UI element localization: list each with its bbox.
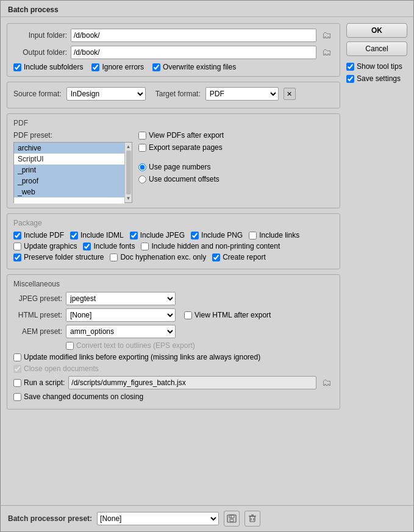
save-changed-row: Save changed documents on closing <box>13 392 334 401</box>
update-graphics-checkbox[interactable]: Update graphics <box>13 242 77 250</box>
output-folder-browse-button[interactable]: 🗂 <box>320 46 334 59</box>
run-script-row: Run a script: 🗂 <box>13 376 334 389</box>
convert-text-checkbox[interactable]: Convert text to outlines (EPS export) <box>66 341 195 350</box>
batch-process-window: Batch process Input folder: 🗂 Output fol… <box>0 0 414 532</box>
list-item[interactable]: ScriptUI <box>14 154 124 165</box>
pdf-section: PDF PDF preset: archive ScriptUI _print … <box>7 113 340 208</box>
save-icon <box>227 514 237 523</box>
package-row-2: Update graphics Include fonts Include hi… <box>13 242 334 250</box>
target-format-label: Target format: <box>155 90 201 98</box>
show-tooltips-checkbox[interactable]: Show tool tips <box>346 62 407 71</box>
use-doc-offsets-radio[interactable]: Use document offsets <box>138 175 334 183</box>
close-docs-checkbox[interactable]: Close open documents <box>13 364 99 373</box>
batch-preset-label: Batch processor preset: <box>8 514 92 523</box>
include-idml-checkbox[interactable]: Include IDML <box>70 231 124 239</box>
source-format-select[interactable]: InDesign <box>66 87 146 101</box>
view-pdfs-checkbox[interactable]: View PDFs after export <box>138 131 334 140</box>
misc-section: Miscellaneous JPEG preset: jpegtest HTML… <box>7 274 340 410</box>
output-folder-label: Output folder: <box>13 48 67 57</box>
source-format-label: Source format: <box>13 90 62 98</box>
run-script-checkbox[interactable]: Run a script: <box>13 378 65 387</box>
script-browse-button[interactable]: 🗂 <box>320 376 334 389</box>
include-links-checkbox[interactable]: Include links <box>249 231 299 239</box>
preserve-folder-checkbox[interactable]: Preserve folder structure <box>13 253 104 261</box>
misc-section-title: Miscellaneous <box>13 280 334 288</box>
format-row: Source format: InDesign Target format: P… <box>13 87 334 101</box>
cancel-button[interactable]: Cancel <box>346 41 407 56</box>
target-format-select[interactable]: PDF <box>205 87 279 101</box>
package-row-3: Preserve folder structure Doc hyphenatio… <box>13 253 334 261</box>
include-subfolders-checkbox[interactable]: Include subfolders <box>13 63 83 71</box>
ignore-errors-checkbox[interactable]: Ignore errors <box>91 63 144 71</box>
title-bar: Batch process <box>1 1 413 17</box>
bottom-bar: Batch processor preset: [None] <box>1 505 413 531</box>
close-docs-row: Close open documents <box>13 364 334 373</box>
list-item[interactable]: _proof <box>14 176 124 186</box>
package-row-1: Include PDF Include IDML Include JPEG In… <box>13 231 334 239</box>
pdf-preset-col: PDF preset: archive ScriptUI _print _pro… <box>13 131 132 203</box>
export-separate-checkbox[interactable]: Export separate pages <box>138 143 334 152</box>
pdf-section-title: PDF <box>13 119 334 127</box>
run-script-input[interactable] <box>68 376 316 389</box>
pdf-preset-list[interactable]: archive ScriptUI _print _proof _web <box>14 143 124 204</box>
window-title: Batch process <box>8 5 59 14</box>
include-png-checkbox[interactable]: Include PNG <box>191 231 243 239</box>
include-jpeg-checkbox[interactable]: Include JPEG <box>130 231 185 239</box>
output-folder-input[interactable] <box>71 46 316 59</box>
overwrite-existing-checkbox[interactable]: Overwrite existing files <box>152 63 236 71</box>
input-folder-input[interactable] <box>71 29 316 42</box>
save-changed-checkbox[interactable]: Save changed documents on closing <box>13 392 143 401</box>
html-preset-label: HTML preset: <box>13 311 62 319</box>
svg-rect-0 <box>227 515 236 522</box>
input-folder-label: Input folder: <box>13 31 67 40</box>
save-preset-button[interactable] <box>224 511 240 527</box>
input-folder-row: Input folder: 🗂 <box>13 29 334 42</box>
update-links-row: Update modified links before exporting (… <box>13 353 334 361</box>
jpeg-preset-label: JPEG preset: <box>13 294 62 303</box>
aem-preset-label: AEM preset: <box>13 327 62 336</box>
jpeg-preset-select[interactable]: jpegtest <box>66 292 176 305</box>
pdf-options-col: View PDFs after export Export separate p… <box>138 131 334 203</box>
doc-hyphenation-checkbox[interactable]: Doc hyphenation exc. only <box>110 253 206 261</box>
ok-button[interactable]: OK <box>346 23 407 38</box>
pdf-body: PDF preset: archive ScriptUI _print _pro… <box>13 131 334 203</box>
package-section-title: Package <box>13 219 334 227</box>
trash-icon <box>248 514 257 523</box>
pdf-preset-label: PDF preset: <box>13 131 132 140</box>
save-settings-checkbox[interactable]: Save settings <box>346 74 407 83</box>
folder-section: Input folder: 🗂 Output folder: 🗂 Include… <box>7 23 340 77</box>
batch-preset-select[interactable]: [None] <box>97 512 219 525</box>
create-report-checkbox[interactable]: Create report <box>212 253 266 261</box>
svg-rect-1 <box>229 515 234 518</box>
folder-checkboxes-row: Include subfolders Ignore errors Overwri… <box>13 63 334 71</box>
view-html-checkbox[interactable]: View HTML after export <box>184 311 271 319</box>
convert-text-row: Convert text to outlines (EPS export) <box>13 341 334 350</box>
clear-target-button[interactable]: ✕ <box>284 88 296 100</box>
aem-preset-select[interactable]: amm_options <box>66 325 176 338</box>
right-panel: OK Cancel Show tool tips Save settings <box>346 23 407 499</box>
list-item[interactable]: _web <box>14 186 124 197</box>
list-item[interactable]: _print <box>14 165 124 176</box>
update-links-checkbox[interactable]: Update modified links before exporting (… <box>13 353 260 361</box>
include-hidden-checkbox[interactable]: Include hidden and non-printing content <box>141 242 280 250</box>
format-section: Source format: InDesign Target format: P… <box>7 82 340 108</box>
aem-preset-row: AEM preset: amm_options <box>13 325 334 338</box>
svg-rect-4 <box>250 516 255 522</box>
package-section: Package Include PDF Include IDML Include… <box>7 213 340 269</box>
jpeg-preset-row: JPEG preset: jpegtest <box>13 292 334 305</box>
list-item[interactable]: archive <box>14 143 124 154</box>
delete-preset-button[interactable] <box>244 511 260 527</box>
include-fonts-checkbox[interactable]: Include fonts <box>83 242 135 250</box>
left-panel: Input folder: 🗂 Output folder: 🗂 Include… <box>7 23 340 499</box>
svg-rect-2 <box>230 519 234 522</box>
include-pdf-checkbox[interactable]: Include PDF <box>13 231 64 239</box>
use-page-numbers-radio[interactable]: Use page numbers <box>138 163 334 171</box>
right-checkboxes: Show tool tips Save settings <box>346 62 407 83</box>
input-folder-browse-button[interactable]: 🗂 <box>320 29 334 42</box>
html-preset-row: HTML preset: [None] View HTML after expo… <box>13 308 334 322</box>
output-folder-row: Output folder: 🗂 <box>13 46 334 59</box>
html-preset-select[interactable]: [None] <box>66 308 176 322</box>
